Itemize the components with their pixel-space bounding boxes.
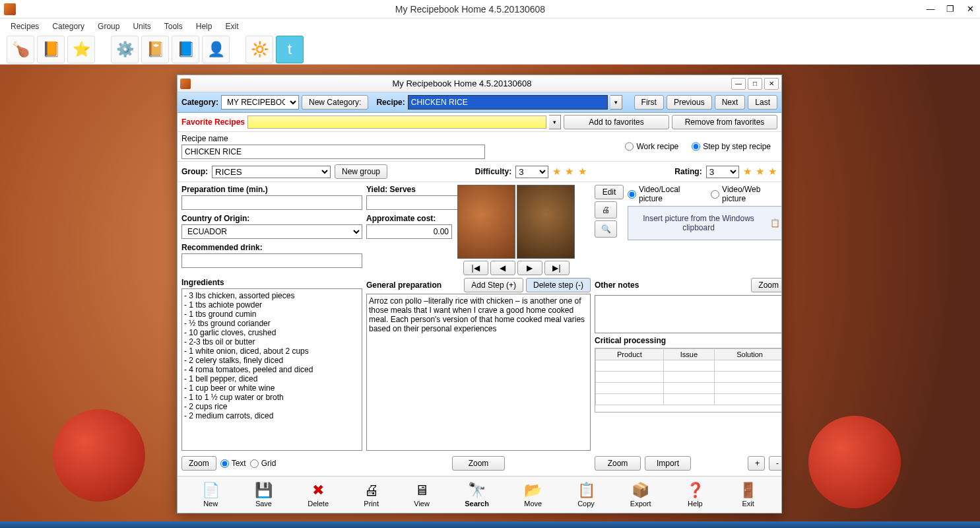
prep-time-input[interactable]: [181, 195, 362, 210]
action-search[interactable]: 🔭Search: [459, 480, 494, 509]
crit-remove-button[interactable]: -: [769, 456, 781, 471]
video-web-radio[interactable]: Video/Web picture: [711, 185, 781, 203]
toolbar-sungear-button[interactable]: 🔆: [245, 36, 273, 63]
menu-tools[interactable]: Tools: [158, 20, 189, 33]
menu-recipes[interactable]: Recipes: [4, 20, 46, 33]
menu-group[interactable]: Group: [91, 20, 126, 33]
step-recipe-radio[interactable]: Step by step recipe: [692, 139, 771, 154]
action-new[interactable]: 📄New: [197, 480, 225, 509]
yield-input[interactable]: [366, 195, 472, 210]
action-save[interactable]: 💾Save: [249, 480, 278, 509]
new-category-button[interactable]: New Category:: [302, 95, 368, 110]
work-recipe-radio[interactable]: Work recipe: [625, 139, 678, 154]
ingredients-zoom-button[interactable]: Zoom: [181, 456, 216, 471]
crit-import-button[interactable]: Import: [645, 456, 691, 471]
nav-last-button[interactable]: Last: [748, 95, 777, 110]
toolbar-star-button[interactable]: ⭐: [67, 36, 95, 63]
action-delete[interactable]: ✖Delete: [302, 480, 334, 509]
recipe-combo-arrow[interactable]: ▾: [610, 95, 622, 110]
cost-input[interactable]: [366, 224, 452, 239]
toolbar-twitter-button[interactable]: t: [276, 36, 304, 63]
insert-clipboard-button[interactable]: Insert picture from the Windows clipboar…: [628, 206, 781, 240]
category-select[interactable]: MY RECIPEBOOK: [221, 95, 299, 110]
delete-step-button[interactable]: Delete step (-): [526, 278, 591, 292]
clipboard-icon: 📋: [770, 218, 780, 228]
toolbar-person-button[interactable]: 👤: [202, 36, 230, 63]
critical-processing-table[interactable]: Product Issue Solution: [595, 348, 781, 412]
add-favorites-button[interactable]: Add to favorites: [564, 115, 669, 129]
print-icon: 🖨: [364, 482, 379, 499]
menu-category[interactable]: Category: [46, 20, 91, 33]
main-toolbar: 🍗 📙 ⭐ ⚙️ 📔 📘 👤 🔆 t: [0, 34, 980, 65]
toolbar-favbook-button[interactable]: 📙: [37, 36, 65, 63]
thumb-prev-button[interactable]: ◀: [490, 261, 515, 275]
action-export[interactable]: 📦Export: [625, 480, 657, 509]
print-picture-button[interactable]: 🖨: [595, 201, 617, 218]
thumb-first-button[interactable]: |◀: [463, 261, 488, 275]
favorites-combo[interactable]: [247, 116, 546, 129]
genprep-textarea[interactable]: Arroz con pollo –literally rice with chi…: [366, 294, 591, 451]
notes-zoom-button[interactable]: Zoom: [751, 278, 781, 292]
book-fav-icon: 📙: [42, 41, 60, 58]
menu-exit[interactable]: Exit: [218, 20, 245, 33]
nav-next-button[interactable]: Next: [715, 95, 746, 110]
nav-first-button[interactable]: First: [634, 95, 664, 110]
roast-icon: 🍗: [12, 41, 30, 58]
add-step-button[interactable]: Add Step (+): [464, 278, 523, 292]
rating-select[interactable]: 3: [706, 166, 739, 178]
maximize-button[interactable]: ❐: [940, 2, 960, 16]
gear-icon: ⚙️: [116, 41, 134, 58]
child-maximize-button[interactable]: □: [748, 78, 762, 90]
toolbar-book-orange-button[interactable]: 📔: [141, 36, 169, 63]
remove-favorites-button[interactable]: Remove from favorites: [672, 115, 777, 129]
action-print[interactable]: 🖨Print: [358, 480, 384, 509]
country-select[interactable]: ECUADOR: [181, 224, 362, 239]
thumb-next-button[interactable]: ▶: [517, 261, 542, 275]
image-thumbnails: [457, 185, 575, 259]
difficulty-select[interactable]: 3: [515, 166, 548, 178]
child-minimize-button[interactable]: —: [731, 78, 746, 90]
favorites-combo-arrow[interactable]: ▾: [549, 115, 561, 129]
preview-picture-button[interactable]: 🔍: [595, 220, 617, 238]
action-exit[interactable]: 🚪Exit: [734, 480, 762, 509]
video-local-radio[interactable]: Video/Local picture: [628, 185, 705, 203]
toolbar-book-blue-button[interactable]: 📘: [172, 36, 199, 63]
menu-help[interactable]: Help: [189, 20, 219, 33]
view-grid-radio[interactable]: Grid: [250, 459, 277, 468]
copy-icon: 📋: [577, 482, 595, 499]
new-group-button[interactable]: New group: [335, 164, 387, 179]
ingredients-textarea[interactable]: - 3 lbs chicken, assorted pieces - 1 tbs…: [181, 288, 362, 451]
child-title: My Recipebook Home 4.5.20130608: [195, 79, 729, 88]
prep-time-label: Preparation time (min.): [181, 185, 362, 194]
crit-zoom-button[interactable]: Zoom: [595, 456, 641, 471]
app-title: My Recipebook Home 4.5.20130608: [20, 4, 921, 15]
thumb-last-button[interactable]: ▶|: [544, 261, 570, 275]
child-close-button[interactable]: ✕: [764, 78, 779, 90]
crit-header-issue: Issue: [663, 349, 714, 360]
action-help[interactable]: ❓Help: [681, 480, 709, 509]
thumbnail-1[interactable]: [457, 185, 515, 259]
close-button[interactable]: ✕: [960, 2, 980, 16]
edit-picture-button[interactable]: Edit: [595, 185, 624, 199]
minimize-button[interactable]: —: [921, 2, 940, 16]
thumbnail-2[interactable]: [517, 185, 575, 259]
toolbar-roast-button[interactable]: 🍗: [7, 36, 34, 63]
recipe-name-input[interactable]: [181, 145, 485, 159]
move-icon: 📂: [524, 482, 542, 499]
crit-header-solution: Solution: [715, 349, 781, 360]
genprep-zoom-button[interactable]: Zoom: [452, 456, 505, 471]
menu-units[interactable]: Units: [126, 20, 157, 33]
action-copy[interactable]: 📋Copy: [572, 480, 601, 509]
recipe-combo[interactable]: CHICKEN RICE: [408, 95, 608, 110]
drink-input[interactable]: [181, 253, 362, 268]
other-notes-textarea[interactable]: [595, 295, 781, 333]
group-select[interactable]: RICES: [212, 166, 331, 178]
action-move[interactable]: 📂Move: [519, 480, 547, 509]
action-view[interactable]: 🖥View: [408, 480, 435, 509]
nav-prev-button[interactable]: Previous: [667, 95, 712, 110]
toolbar-gear-button[interactable]: ⚙️: [111, 36, 139, 63]
taskbar: [0, 521, 980, 528]
view-text-radio[interactable]: Text: [220, 459, 246, 468]
exit-icon: 🚪: [739, 482, 757, 499]
crit-add-button[interactable]: +: [748, 456, 765, 471]
